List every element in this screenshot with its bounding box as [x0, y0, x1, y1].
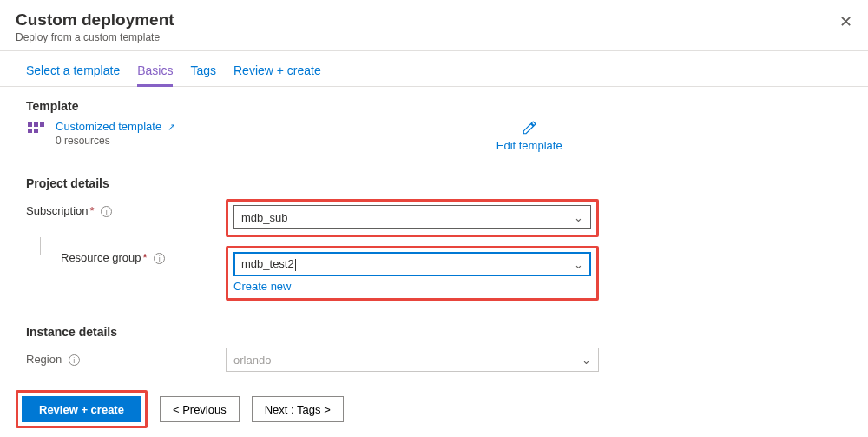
tab-bar: Select a template Basics Tags Review + c…: [0, 51, 868, 87]
page-header: Custom deployment Deploy from a custom t…: [0, 0, 868, 51]
pencil-icon: [496, 120, 562, 136]
template-tiles-icon: [26, 120, 47, 141]
svg-rect-1: [34, 122, 38, 127]
external-link-icon: ↗: [168, 122, 175, 132]
chevron-down-icon: ⌄: [582, 354, 591, 367]
customized-template-label: Customized template: [56, 120, 161, 133]
close-icon: ✕: [839, 13, 852, 30]
svg-rect-3: [28, 129, 32, 133]
svg-rect-2: [40, 122, 44, 127]
chevron-down-icon: ⌄: [574, 258, 583, 271]
svg-rect-0: [28, 122, 32, 127]
resource-group-dropdown[interactable]: mdb_test2 ⌄: [233, 252, 591, 276]
region-value: orlando: [233, 354, 271, 367]
highlight-review-create: Review + create: [16, 390, 148, 428]
project-details-heading: Project details: [26, 176, 842, 190]
chevron-down-icon: ⌄: [574, 211, 583, 224]
resource-group-value: mdb_test2: [241, 257, 296, 271]
page-title: Custom deployment: [16, 10, 852, 30]
create-new-link[interactable]: Create new: [233, 280, 291, 293]
edit-template-label: Edit template: [496, 139, 562, 152]
highlight-subscription: mdb_sub ⌄: [226, 199, 599, 237]
subscription-dropdown[interactable]: mdb_sub ⌄: [233, 205, 591, 229]
subscription-label: Subscription* i: [26, 199, 226, 217]
info-icon[interactable]: i: [69, 354, 80, 366]
content-area: Template Customized template ↗ 0 resourc…: [0, 87, 868, 372]
footer-bar: Review + create < Previous Next : Tags >: [0, 381, 868, 437]
tab-select-template[interactable]: Select a template: [26, 63, 120, 87]
tab-review-create[interactable]: Review + create: [233, 63, 321, 87]
close-button[interactable]: ✕: [836, 9, 856, 35]
region-label: Region i: [26, 348, 226, 366]
subscription-value: mdb_sub: [241, 211, 287, 224]
customized-template-link[interactable]: Customized template ↗: [56, 120, 175, 133]
instance-details-heading: Instance details: [26, 325, 842, 339]
svg-rect-4: [34, 129, 38, 133]
review-create-button[interactable]: Review + create: [22, 396, 141, 422]
info-icon[interactable]: i: [154, 253, 165, 264]
resource-group-label: Resource group* i: [26, 246, 226, 264]
tab-basics[interactable]: Basics: [137, 63, 173, 87]
tab-tags[interactable]: Tags: [190, 63, 216, 87]
previous-button[interactable]: < Previous: [160, 396, 240, 422]
page-subtitle: Deploy from a custom template: [16, 31, 852, 43]
next-button[interactable]: Next : Tags >: [252, 396, 344, 422]
edit-template-button[interactable]: Edit template: [496, 120, 562, 152]
info-icon[interactable]: i: [101, 206, 112, 217]
highlight-resource-group: mdb_test2 ⌄ Create new: [226, 246, 599, 301]
region-dropdown[interactable]: orlando ⌄: [226, 348, 599, 372]
template-heading: Template: [26, 99, 842, 113]
template-resources-text: 0 resources: [56, 135, 175, 147]
